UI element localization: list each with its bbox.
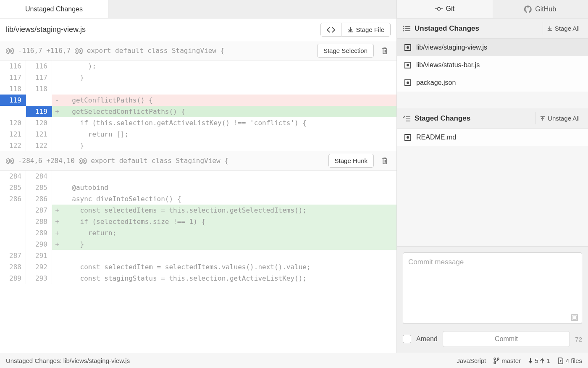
diff-line[interactable]: 287291 (0, 250, 396, 261)
status-files[interactable]: 4 files (558, 357, 582, 364)
arrow-up-icon (540, 358, 544, 363)
diff-body[interactable]: 284284 285285 @autobind286286 async dive… (0, 171, 396, 284)
staged-section: Staged Changes Unstage All README.md (397, 108, 588, 146)
diff-line[interactable]: 119+ getSelectedConflictPaths() { (0, 106, 396, 117)
branch-name: master (501, 357, 521, 364)
download-icon (347, 27, 353, 33)
diff-line[interactable]: 119- getConflictPaths() { (0, 95, 396, 106)
modified-icon (404, 44, 411, 51)
diff-line[interactable]: 121121 return []; (0, 129, 396, 140)
tab-github[interactable]: GitHub (493, 0, 588, 18)
staged-file-list: README.md (397, 129, 588, 146)
git-commit-icon (435, 6, 443, 11)
files-count: 4 files (566, 357, 582, 364)
diff-line[interactable]: 117117 } (0, 72, 396, 83)
tab-unstaged-changes[interactable]: Unstaged Changes (0, 0, 108, 18)
stage-file-label: Stage File (356, 26, 384, 33)
file-item[interactable]: package.json (397, 74, 588, 92)
commit-button[interactable]: Commit (443, 331, 570, 347)
status-sync[interactable]: 5 1 (528, 357, 550, 364)
svg-point-3 (403, 26, 404, 27)
commit-area: Amend Commit 72 (397, 246, 588, 353)
hunks-container: @@ -116,7 +116,7 @@ export default class… (0, 41, 396, 284)
stage-all-button[interactable]: Stage All (543, 22, 584, 34)
trash-icon (381, 157, 388, 165)
amend-label: Amend (416, 335, 438, 343)
diff-line[interactable]: 289293 const stagingStatus = this.select… (0, 273, 396, 284)
modified-icon (404, 79, 411, 86)
svg-point-5 (403, 28, 404, 29)
unstaged-section: Unstaged Changes Stage All lib/views/sta… (397, 18, 588, 92)
checklist-icon (403, 116, 410, 121)
file-header: lib/views/staging-view.js Stage File (0, 18, 396, 41)
discard-hunk-button[interactable] (377, 43, 392, 58)
svg-point-16 (494, 362, 496, 364)
diff-line[interactable]: 288292 const selectedItem = selectedItem… (0, 261, 396, 273)
status-language[interactable]: JavaScript (457, 357, 486, 364)
staged-title: Staged Changes (415, 114, 470, 123)
file-path: lib/views/staging-view.js (6, 25, 320, 34)
tab-git-label: Git (446, 5, 454, 13)
tab-git[interactable]: Git (397, 0, 493, 18)
right-tab-row: Git GitHub (397, 0, 588, 18)
arrow-down-icon (528, 358, 533, 363)
expand-icon[interactable] (571, 314, 578, 321)
hunk-header: @@ -284,6 +284,10 @@ export default clas… (0, 151, 396, 171)
svg-rect-13 (573, 316, 576, 319)
unstaged-file-list: lib/views/staging-view.jslib/views/statu… (397, 39, 588, 92)
behind-count: 5 (535, 357, 538, 364)
file-item[interactable]: lib/views/status-bar.js (397, 56, 588, 74)
toggle-diff-view-button[interactable] (320, 23, 341, 37)
diff-line[interactable]: 286286 async diveIntoSelection() { (0, 193, 396, 205)
code-icon (327, 27, 335, 33)
diff-line[interactable]: 116116 ); (0, 60, 396, 72)
status-bar: Unstaged Changes: lib/views/staging-view… (0, 353, 588, 368)
svg-point-0 (437, 7, 440, 10)
hunk-header-text: @@ -116,7 +116,7 @@ export default class… (0, 47, 317, 55)
diff-line[interactable]: 284284 (0, 171, 396, 182)
char-count: 72 (575, 336, 582, 343)
unstage-all-label: Unstage All (548, 115, 580, 122)
file-item-label: README.md (416, 134, 456, 141)
list-icon (403, 26, 410, 32)
hunk-header-text: @@ -284,6 +284,10 @@ export default clas… (0, 157, 328, 165)
status-branch[interactable]: master (494, 357, 521, 364)
ahead-count: 1 (546, 357, 550, 364)
svg-point-7 (403, 30, 404, 31)
stage-hunk-button[interactable]: Stage Hunk (328, 154, 374, 168)
unstaged-title: Unstaged Changes (415, 24, 479, 33)
unstage-all-button[interactable]: Unstage All (536, 112, 584, 124)
discard-hunk-button[interactable] (377, 153, 392, 168)
diff-line[interactable]: 122122 } (0, 140, 396, 151)
download-icon (547, 26, 552, 31)
diff-line[interactable]: 285285 @autobind (0, 182, 396, 193)
diff-file-icon (558, 357, 564, 364)
file-item-label: lib/views/status-bar.js (416, 61, 480, 69)
amend-checkbox[interactable] (403, 335, 411, 343)
file-item[interactable]: lib/views/staging-view.js (397, 39, 588, 56)
commit-message-input[interactable] (403, 252, 582, 324)
svg-point-15 (497, 358, 499, 360)
diff-line[interactable]: 287+ const selectedItems = this.selectio… (0, 205, 396, 216)
left-tab-row: Unstaged Changes (0, 0, 396, 18)
file-item[interactable]: README.md (397, 129, 588, 146)
svg-point-14 (494, 358, 496, 360)
branch-icon (494, 357, 499, 364)
github-icon (524, 5, 532, 13)
modified-icon (404, 62, 411, 68)
modified-icon (404, 134, 411, 141)
svg-rect-12 (572, 315, 578, 321)
diff-body[interactable]: 116116 );117117 }118118 119- getConflict… (0, 60, 396, 151)
diff-line[interactable]: 120120 if (this.selection.getActiveListK… (0, 117, 396, 129)
file-item-label: package.json (416, 79, 456, 87)
diff-line[interactable]: 289+ return; (0, 227, 396, 239)
file-item-label: lib/views/staging-view.js (416, 44, 487, 51)
diff-line[interactable]: 118118 (0, 83, 396, 95)
trash-icon (381, 47, 388, 55)
stage-file-button[interactable]: Stage File (341, 23, 391, 37)
diff-line[interactable]: 290+ } (0, 239, 396, 250)
upload-icon (540, 116, 545, 121)
status-left-text: Unstaged Changes: lib/views/staging-view… (6, 357, 457, 364)
diff-line[interactable]: 288+ if (selectedItems.size !== 1) { (0, 216, 396, 227)
stage-hunk-button[interactable]: Stage Selection (317, 44, 374, 58)
